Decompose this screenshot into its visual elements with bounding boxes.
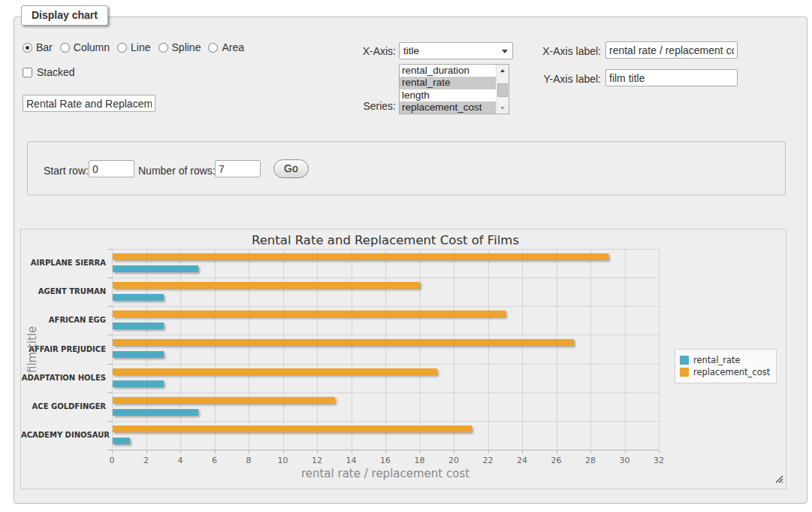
number-of-rows-input[interactable] — [215, 160, 261, 177]
gridline — [112, 249, 113, 450]
x-axis-label-label: X-Axis label: — [533, 45, 601, 57]
x-tick-label: 8 — [236, 456, 261, 465]
gridline — [454, 249, 454, 450]
gridline — [180, 249, 181, 450]
x-tick-mark — [625, 450, 626, 453]
gridline — [112, 306, 659, 307]
radio-button-icon[interactable] — [60, 43, 70, 53]
x-axis-selected-value: title — [403, 45, 419, 56]
x-tick-label: 30 — [612, 456, 638, 465]
x-tick-mark — [420, 450, 421, 453]
scroll-down-icon[interactable] — [497, 102, 509, 114]
legend-item[interactable]: replacement_cost — [680, 367, 770, 377]
go-button[interactable]: Go — [273, 159, 309, 178]
y-tick-mark — [107, 392, 112, 393]
gridline — [112, 421, 659, 422]
x-tick-label: 6 — [202, 456, 228, 465]
x-axis-select[interactable]: title — [399, 42, 513, 59]
y-tick-mark — [107, 306, 112, 307]
series-option[interactable]: rental_duration — [400, 65, 496, 77]
bar-replacement_cost[interactable] — [113, 311, 506, 317]
gridline — [590, 249, 591, 450]
chart-type-option-bar[interactable]: Bar — [23, 41, 53, 53]
gridline — [420, 249, 421, 450]
bar-replacement_cost[interactable] — [113, 339, 574, 346]
legend-item[interactable]: rental_rate — [680, 355, 770, 365]
x-axis-line — [112, 450, 659, 450]
gridline — [146, 249, 147, 450]
radio-button-icon[interactable] — [208, 43, 218, 53]
x-tick-mark — [557, 450, 557, 453]
bar-rental_rate[interactable] — [113, 323, 164, 329]
y-tick-mark — [107, 277, 112, 278]
gridline — [317, 249, 318, 450]
radio-button-icon[interactable] — [23, 43, 32, 53]
series-listbox[interactable]: rental_durationrental_ratelengthreplacem… — [399, 64, 509, 114]
bar-rental_rate[interactable] — [113, 294, 164, 301]
x-tick-label: 20 — [441, 456, 466, 465]
scroll-up-icon[interactable] — [497, 65, 509, 76]
x-tick-label: 18 — [407, 456, 433, 465]
listbox-scrollbar[interactable] — [496, 65, 509, 114]
gridline — [385, 249, 386, 450]
gridline — [283, 249, 284, 450]
x-tick-mark — [352, 450, 352, 453]
stacked-label: Stacked — [37, 66, 75, 78]
bar-replacement_cost[interactable] — [113, 282, 420, 289]
chart-type-option-column[interactable]: Column — [60, 41, 110, 53]
x-tick-mark — [590, 450, 591, 453]
bar-rental_rate[interactable] — [113, 409, 198, 416]
gridline — [112, 277, 659, 278]
x-tick-mark — [112, 450, 113, 453]
bar-replacement_cost[interactable] — [113, 426, 472, 432]
bar-rental_rate[interactable] — [113, 380, 164, 387]
bar-rental_rate[interactable] — [113, 438, 130, 444]
radio-button-icon[interactable] — [158, 43, 168, 53]
legend-swatch-icon — [680, 368, 689, 377]
radio-button-icon[interactable] — [117, 43, 127, 53]
chart-type-option-spline[interactable]: Spline — [158, 41, 201, 53]
chart-type-label: Line — [131, 41, 150, 53]
resize-grip-icon[interactable] — [775, 472, 783, 486]
x-tick-label: 12 — [304, 456, 330, 465]
x-tick-mark — [317, 450, 318, 453]
series-option[interactable]: length — [400, 89, 496, 101]
stacked-checkbox-row[interactable]: Stacked — [23, 66, 75, 78]
dropdown-arrow-icon — [502, 50, 508, 53]
x-tick-mark — [180, 450, 181, 453]
gridline — [112, 364, 659, 365]
chart-title-input[interactable] — [23, 95, 155, 112]
series-option[interactable]: replacement_cost — [400, 101, 496, 114]
y-axis-label-input[interactable] — [605, 69, 738, 86]
gridline — [112, 249, 659, 250]
stacked-checkbox[interactable] — [23, 68, 32, 77]
x-axis-label-input[interactable] — [605, 41, 738, 59]
bar-rental_rate[interactable] — [113, 351, 164, 358]
x-tick-label: 4 — [168, 456, 193, 465]
y-axis-title: film title — [26, 249, 39, 450]
chart-type-option-line[interactable]: Line — [117, 41, 150, 53]
x-tick-label: 2 — [134, 456, 159, 465]
x-tick-mark — [659, 450, 660, 453]
panel-title: Display chart — [21, 5, 108, 26]
y-tick-mark — [107, 421, 112, 422]
scrollbar-thumb[interactable] — [497, 83, 508, 97]
legend-swatch-icon — [680, 356, 689, 365]
x-tick-label: 32 — [646, 456, 672, 465]
series-option[interactable]: rental_rate — [400, 77, 496, 89]
y-axis-label-label: Y-Axis label: — [533, 73, 601, 85]
chart-container: Rental Rate and Replacement Cost of Film… — [20, 229, 786, 489]
x-tick-label: 10 — [270, 456, 296, 465]
gridline — [557, 249, 557, 450]
series-listbox-label: Series: — [323, 100, 396, 112]
chart-type-label: Area — [222, 41, 244, 53]
start-row-input[interactable] — [89, 160, 134, 177]
chart-type-option-area[interactable]: Area — [208, 41, 244, 53]
chart-type-label: Bar — [36, 41, 53, 53]
bar-replacement_cost[interactable] — [113, 397, 335, 404]
gridline — [352, 249, 352, 450]
chart-legend: rental_ratereplacement_cost — [675, 349, 777, 383]
bar-replacement_cost[interactable] — [113, 253, 608, 260]
bar-replacement_cost[interactable] — [113, 368, 437, 375]
bar-rental_rate[interactable] — [113, 265, 198, 272]
